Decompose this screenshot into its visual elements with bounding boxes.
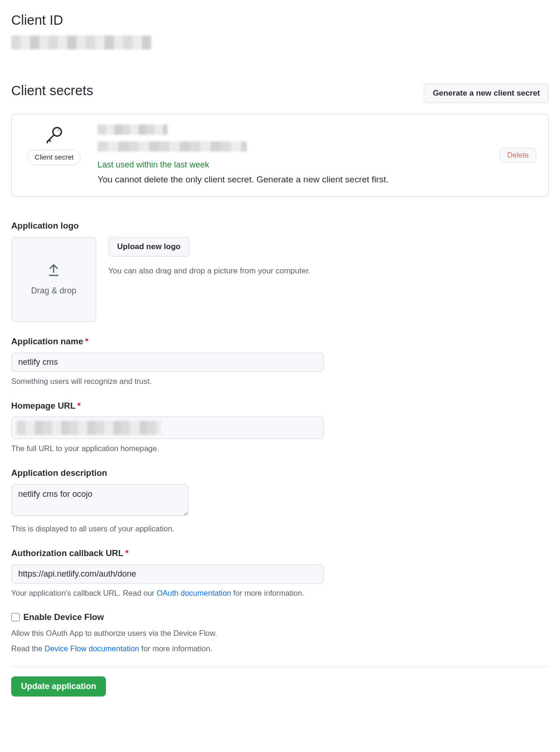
application-name-help: Something users will recognize and trust…: [11, 376, 549, 387]
application-name-label-text: Application name: [11, 336, 83, 346]
callback-url-group: Authorization callback URL* Your applica…: [11, 547, 549, 599]
delete-secret-button[interactable]: Delete: [500, 148, 536, 163]
device-flow-help2-suffix: for more information.: [139, 644, 212, 653]
callback-url-input[interactable]: [11, 564, 324, 584]
client-id-heading: Client ID: [11, 10, 549, 31]
logo-drop-hint: You can also drag and drop a picture fro…: [108, 265, 549, 277]
form-divider: [11, 667, 549, 667]
enable-device-flow-label: Enable Device Flow: [23, 611, 104, 624]
application-description-group: Application description This is displaye…: [11, 467, 549, 535]
homepage-url-value-redacted: [16, 421, 161, 435]
homepage-url-label: Homepage URL*: [11, 399, 549, 412]
secret-value-redacted-2: [98, 141, 247, 152]
update-application-button[interactable]: Update application: [11, 676, 106, 696]
client-secret-card: Client secret Last used within the last …: [11, 114, 549, 197]
homepage-url-help: The full URL to your application homepag…: [11, 443, 549, 454]
callback-url-label: Authorization callback URL*: [11, 547, 549, 560]
secret-value-redacted-1: [98, 125, 168, 135]
oauth-documentation-link[interactable]: OAuth documentation: [157, 589, 231, 597]
callback-url-help: Your application's callback URL. Read ou…: [11, 587, 549, 599]
application-logo-label: Application logo: [11, 219, 549, 232]
homepage-url-group: Homepage URL* The full URL to your appli…: [11, 399, 549, 455]
svg-point-1: [58, 130, 59, 131]
application-description-input[interactable]: [11, 484, 189, 516]
client-secrets-section: Client secrets Generate a new client sec…: [11, 81, 549, 197]
homepage-url-input[interactable]: [11, 417, 324, 439]
callback-url-label-text: Authorization callback URL: [11, 548, 124, 558]
enable-device-flow-checkbox[interactable]: [11, 613, 20, 621]
key-icon: [44, 125, 64, 145]
required-asterisk: *: [126, 548, 129, 558]
client-id-value-redacted: [11, 35, 151, 49]
required-asterisk: *: [77, 401, 81, 411]
drop-zone-label: Drag & drop: [31, 285, 76, 297]
client-secrets-heading: Client secrets: [11, 81, 93, 101]
device-flow-documentation-link[interactable]: Device Flow documentation: [45, 644, 140, 653]
client-id-section: Client ID: [11, 10, 549, 53]
device-flow-help2: Read the Device Flow documentation for m…: [11, 643, 549, 655]
application-logo-section: Application logo Drag & drop Upload new …: [11, 219, 549, 322]
secret-last-used: Last used within the last week: [98, 159, 487, 171]
application-description-help: This is displayed to all users of your a…: [11, 523, 549, 535]
application-name-input[interactable]: [11, 353, 324, 372]
application-description-label: Application description: [11, 467, 549, 480]
secret-no-delete-msg: You cannot delete the only client secret…: [98, 173, 487, 187]
required-asterisk: *: [85, 336, 88, 346]
device-flow-help1: Allow this OAuth App to authorize users …: [11, 627, 549, 639]
callback-help-suffix: for more information.: [231, 589, 304, 597]
device-flow-help2-prefix: Read the: [11, 644, 45, 653]
application-name-label: Application name*: [11, 335, 549, 348]
application-name-group: Application name* Something users will r…: [11, 335, 549, 387]
device-flow-group: Enable Device Flow Allow this OAuth App …: [11, 611, 549, 654]
homepage-url-label-text: Homepage URL: [11, 401, 76, 411]
logo-drop-zone[interactable]: Drag & drop: [11, 237, 96, 322]
generate-client-secret-button[interactable]: Generate a new client secret: [424, 84, 549, 103]
client-secret-pill: Client secret: [28, 150, 80, 165]
callback-help-prefix: Your application's callback URL. Read ou…: [11, 589, 157, 597]
upload-logo-button[interactable]: Upload new logo: [108, 237, 189, 257]
upload-icon: [46, 262, 62, 278]
